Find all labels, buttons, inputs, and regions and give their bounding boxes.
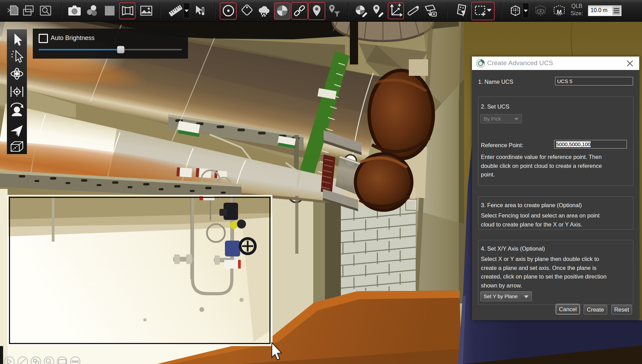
svg-text:M: M (557, 9, 562, 16)
